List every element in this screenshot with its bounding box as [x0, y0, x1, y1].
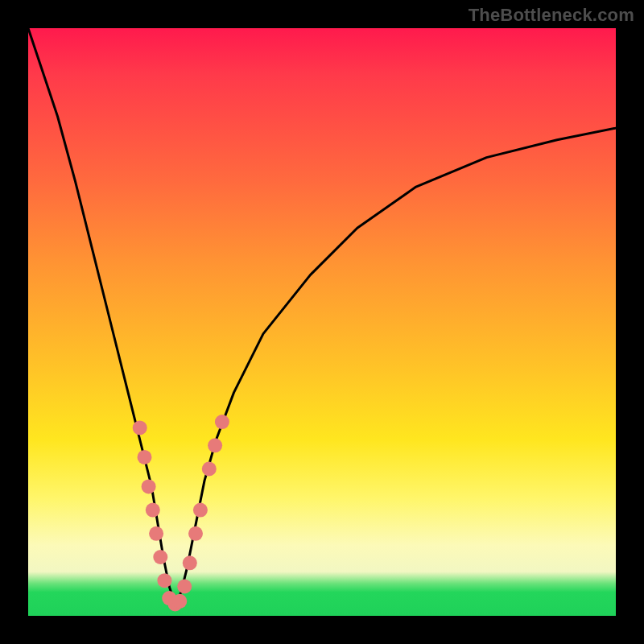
marker-dot — [138, 450, 152, 464]
bottleneck-curve — [28, 28, 616, 604]
marker-dot — [133, 420, 147, 435]
marker-dot — [149, 526, 163, 541]
watermark-text: TheBottleneck.com — [469, 5, 634, 26]
curve-path — [28, 28, 616, 604]
marker-dot — [208, 438, 222, 452]
highlighted-points — [133, 415, 229, 611]
marker-dot — [142, 479, 156, 493]
marker-dot — [183, 555, 197, 570]
marker-dot — [153, 550, 167, 564]
marker-dot — [202, 462, 217, 477]
marker-dot — [215, 415, 229, 429]
marker-dot — [193, 503, 208, 518]
outer-frame: TheBottleneck.com — [0, 0, 644, 644]
marker-dot — [157, 573, 171, 588]
chart-svg — [28, 28, 616, 616]
marker-dot — [146, 503, 160, 518]
marker-dot — [177, 580, 192, 594]
plot-area — [28, 28, 616, 616]
marker-dot — [172, 594, 187, 609]
marker-dot — [188, 526, 203, 541]
